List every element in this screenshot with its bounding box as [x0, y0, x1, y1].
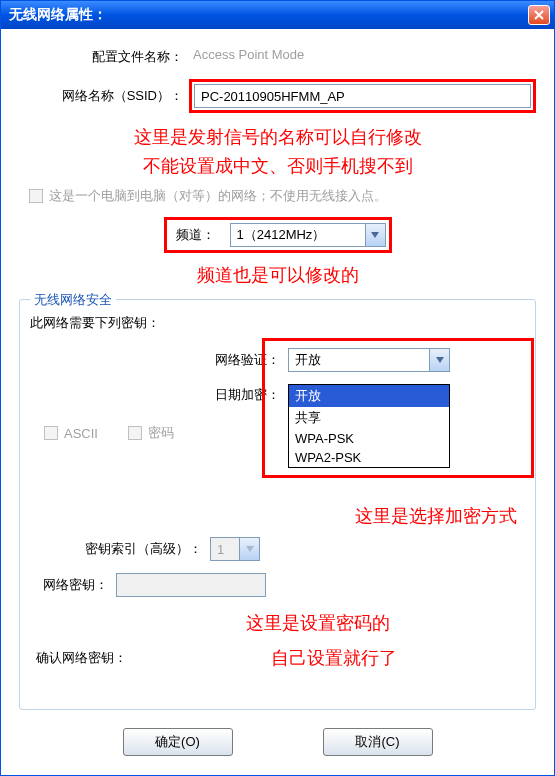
chevron-down-icon	[436, 357, 444, 363]
channel-dropdown-button[interactable]	[365, 224, 385, 246]
auth-option-wpapsk[interactable]: WPA-PSK	[289, 429, 449, 448]
annotation-channel: 频道也是可以修改的	[19, 261, 536, 290]
titlebar: 无线网络属性：	[1, 1, 554, 29]
auth-option-shared[interactable]: 共享	[289, 407, 449, 429]
passphrase-checkbox	[128, 426, 142, 440]
auth-row: 网络验证： 开放	[30, 348, 525, 372]
ssid-label: 网络名称（SSID）：	[19, 87, 189, 105]
channel-dropdown[interactable]: 1（2412MHz）	[230, 223, 386, 247]
security-legend: 无线网络安全	[30, 291, 116, 309]
annotation-encrypt: 这里是选择加密方式	[30, 502, 525, 531]
ssid-input[interactable]	[194, 84, 531, 108]
channel-highlight: 频道： 1（2412MHz）	[164, 217, 392, 253]
passphrase-label: 密码	[148, 424, 174, 442]
keyindex-row: 密钥索引（高级）： 1	[30, 537, 525, 561]
keyindex-value: 1	[211, 542, 239, 557]
button-row: 确定(O) 取消(C)	[19, 728, 536, 756]
channel-value: 1（2412MHz）	[231, 226, 365, 244]
close-button[interactable]	[528, 5, 550, 25]
annotation-pwd-1: 这里是设置密码的	[110, 609, 525, 638]
config-file-label: 配置文件名称：	[19, 48, 189, 66]
annotation-ssid-2: 不能设置成中文、否则手机搜不到	[19, 152, 536, 181]
annotation-ssid-1: 这里是发射信号的名称可以自行修改	[19, 123, 536, 152]
ok-button[interactable]: 确定(O)	[123, 728, 233, 756]
dialog-window: 无线网络属性： 配置文件名称： Access Point Mode 网络名称（S…	[0, 0, 555, 776]
confirmkey-row: 确认网络密钥： 自己设置就行了	[30, 644, 525, 673]
adhoc-checkbox	[29, 189, 43, 203]
chevron-down-icon	[246, 546, 254, 552]
ssid-highlight	[189, 79, 536, 113]
ascii-pass-row: ASCII 密码	[44, 424, 525, 442]
auth-dropdown[interactable]: 开放	[288, 348, 450, 372]
keyindex-dropdown: 1	[210, 537, 260, 561]
auth-option-open[interactable]: 开放	[289, 385, 449, 407]
window-title: 无线网络属性：	[9, 6, 528, 24]
adhoc-row: 这是一个电脑到电脑（对等）的网络；不使用无线接入点。	[29, 187, 536, 205]
ascii-checkbox	[44, 426, 58, 440]
auth-dropdown-button[interactable]	[429, 349, 449, 371]
auth-label: 网络验证：	[202, 351, 288, 369]
confirmkey-label: 确认网络密钥：	[30, 649, 142, 667]
netkey-input	[116, 573, 266, 597]
security-note: 此网络需要下列密钥：	[30, 314, 525, 332]
channel-label: 频道：	[170, 226, 230, 244]
netkey-row: 网络密钥：	[30, 573, 525, 597]
ascii-label: ASCII	[64, 426, 98, 441]
chevron-down-icon	[371, 232, 379, 238]
ok-label: 确定(O)	[155, 733, 200, 751]
netkey-label: 网络密钥：	[30, 576, 116, 594]
cancel-label: 取消(C)	[355, 733, 399, 751]
adhoc-label: 这是一个电脑到电脑（对等）的网络；不使用无线接入点。	[49, 187, 387, 205]
keyindex-label: 密钥索引（高级）：	[30, 540, 210, 558]
cancel-button[interactable]: 取消(C)	[323, 728, 433, 756]
auth-option-wpa2psk[interactable]: WPA2-PSK	[289, 448, 449, 467]
auth-value: 开放	[289, 351, 429, 369]
close-icon	[534, 10, 544, 20]
ssid-row: 网络名称（SSID）：	[19, 79, 536, 113]
encrypt-label: 日期加密：	[202, 384, 288, 404]
config-file-row: 配置文件名称： Access Point Mode	[19, 45, 536, 69]
security-fieldset: 无线网络安全 此网络需要下列密钥： 网络验证： 开放 日期加密：	[19, 299, 536, 709]
auth-options-list[interactable]: 开放 共享 WPA-PSK WPA2-PSK	[288, 384, 450, 468]
annotation-pwd-2: 自己设置就行了	[142, 644, 525, 673]
keyindex-dropdown-button	[239, 538, 259, 560]
content-area: 配置文件名称： Access Point Mode 网络名称（SSID）： 这里…	[1, 29, 554, 766]
config-file-value: Access Point Mode	[189, 45, 536, 69]
